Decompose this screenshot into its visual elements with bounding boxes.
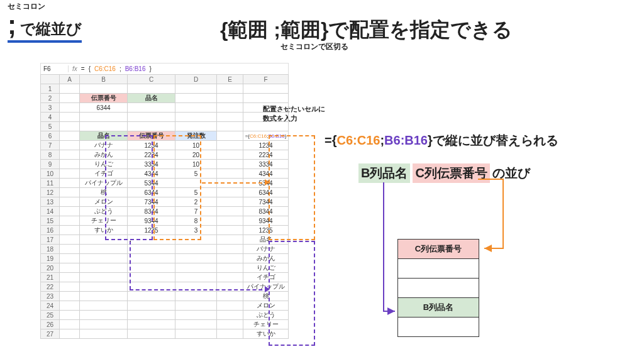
column-order-labels: B列品名 C列伝票番号 の並び: [358, 163, 530, 183]
hdr-hachu: 発注数: [175, 131, 217, 141]
semicolon-row: ; で縦並び: [8, 12, 82, 43]
col-header-row: A B C D E F: [41, 75, 289, 84]
box-empty3: [397, 317, 479, 337]
arrow-purple-v: [130, 241, 131, 290]
arrow-orange-line: [202, 182, 269, 184]
box-b: B列品名: [397, 297, 479, 318]
arrow-purple-head: [265, 286, 270, 292]
fx-range2: B6:B16: [125, 65, 146, 72]
col-D: D: [175, 75, 217, 84]
small-hdr-denpyo: 伝票番号: [80, 94, 128, 103]
hdr-denpyo: 伝票番号: [128, 131, 175, 141]
col-B: B: [80, 75, 128, 84]
fx-range1: C6:C16: [94, 65, 116, 72]
sub-headline: セミコロンで区切る: [280, 41, 348, 52]
chip-b: B列品名: [358, 163, 410, 183]
box-empty2: [397, 278, 479, 298]
hdr-hinmei: 品名: [80, 131, 128, 141]
fx-sep: ;: [119, 65, 121, 72]
spreadsheet: F6 fx ={C6:C16;B6:B16} A B C D E F 1 2伝票…: [40, 63, 289, 339]
col-F: F: [243, 75, 289, 84]
arrow-orange-head: [265, 179, 270, 185]
order-diagram: C列伝票番号 B列品名: [397, 239, 479, 336]
fx-icon: fx: [72, 65, 77, 72]
arrow-purple-h: [130, 289, 269, 290]
col-E: E: [217, 75, 243, 84]
semicolon-glyph: ;: [8, 12, 16, 38]
name-box: F6: [43, 65, 69, 72]
grid: A B C D E F 1 2伝票番号品名 36344 4 5 6 品名 伝票番…: [40, 74, 289, 339]
semicolon-small-label: セミコロン: [8, 1, 82, 12]
title-block: セミコロン ; で縦並び: [8, 1, 82, 43]
formula-bar: F6 fx ={C6:C16;B6:B16}: [40, 63, 289, 74]
small-val: 6344: [80, 103, 128, 113]
fx-brace-open: {: [89, 65, 91, 72]
chip-suffix: の並び: [492, 165, 530, 182]
table-header-row: 6 品名 伝票番号 発注数 ={C6:C16;B6:B16}: [41, 131, 289, 141]
col-A: A: [60, 75, 80, 84]
small-hdr-hinmei: 品名: [128, 94, 175, 103]
col-C: C: [128, 75, 175, 84]
f6-formula-cell: ={C6:C16;B6:B16}: [243, 131, 289, 141]
fx-eq: =: [81, 65, 85, 72]
formula-explanation: ={C6:C16;B6:B16}で縦に並び替えられる: [325, 132, 558, 149]
fx-brace-close: }: [149, 65, 151, 72]
headline: {範囲 ;範囲}で配置を指定できる: [220, 16, 513, 44]
box-c: C列伝票番号: [397, 239, 479, 259]
vertical-label: で縦並び: [20, 19, 82, 39]
box-empty1: [397, 258, 479, 279]
chip-c: C列伝票番号: [413, 163, 489, 183]
